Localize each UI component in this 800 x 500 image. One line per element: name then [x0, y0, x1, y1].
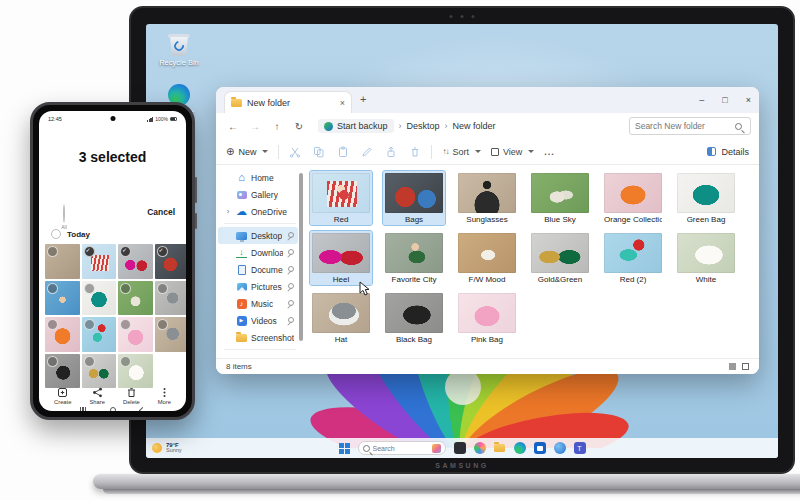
- forward-button[interactable]: →: [246, 121, 264, 132]
- file-item-white[interactable]: White: [675, 231, 737, 285]
- maximize-button[interactable]: □: [722, 95, 727, 105]
- laptop-base: [93, 474, 800, 489]
- sidebar-scrollbar[interactable]: [299, 173, 303, 341]
- file-item-fw-mood[interactable]: F/W Mood: [456, 231, 518, 285]
- sidebar-item-onedrive[interactable]: › ☁ OneDrive: [218, 203, 298, 220]
- taskbar-search-input[interactable]: [373, 445, 425, 452]
- photo-item[interactable]: [82, 244, 117, 279]
- select-all-checkbox[interactable]: [63, 204, 65, 223]
- sidebar-item-gallery[interactable]: Gallery: [218, 186, 298, 203]
- photo-item[interactable]: [118, 281, 153, 316]
- sidebar-item-home[interactable]: ⌂ Home: [218, 169, 298, 186]
- file-item-bags[interactable]: Bags: [383, 171, 445, 225]
- photo-item[interactable]: [45, 244, 80, 279]
- navigation-pane: ⌂ Home Gallery › ☁ OneDrive Deskto: [216, 165, 304, 358]
- see-more-button[interactable]: ...: [544, 147, 555, 157]
- edge-icon[interactable]: [514, 442, 526, 454]
- photo-item[interactable]: [155, 244, 187, 279]
- photo-item[interactable]: [45, 317, 80, 352]
- photo-item[interactable]: [118, 317, 153, 352]
- delete-button[interactable]: Delete: [123, 387, 140, 405]
- desktop-icon-recycle-bin[interactable]: Recycle Bin: [150, 32, 208, 67]
- breadcrumb-desktop[interactable]: Desktop: [407, 121, 440, 131]
- file-explorer-icon[interactable]: [494, 442, 506, 454]
- file-item-gold-green[interactable]: Gold&Green: [529, 231, 591, 285]
- delete-icon[interactable]: [409, 146, 421, 158]
- sidebar-item-desktop[interactable]: Desktop: [218, 227, 298, 244]
- new-tab-button[interactable]: +: [360, 93, 366, 105]
- recents-button[interactable]: [80, 407, 87, 411]
- file-item-sunglasses[interactable]: Sunglasses: [456, 171, 518, 225]
- minimize-button[interactable]: –: [699, 95, 704, 105]
- taskbar-search[interactable]: [358, 441, 446, 455]
- sidebar-item-videos[interactable]: ▶ Videos: [218, 312, 298, 329]
- share-icon[interactable]: [385, 146, 397, 158]
- search-input[interactable]: [635, 121, 731, 131]
- cancel-button[interactable]: Cancel: [147, 207, 175, 217]
- start-button[interactable]: [339, 443, 350, 454]
- file-item-pink-bag[interactable]: Pink Bag: [456, 291, 518, 345]
- file-item-favorite-city[interactable]: Favorite City: [383, 231, 445, 285]
- copy-icon[interactable]: [313, 146, 325, 158]
- photo-item[interactable]: [82, 281, 117, 316]
- photo-item[interactable]: [82, 317, 117, 352]
- back-button[interactable]: ←: [224, 121, 242, 132]
- file-item-green-bag[interactable]: Green Bag: [675, 171, 737, 225]
- microsoft-store-icon[interactable]: [534, 442, 546, 454]
- sidebar-item-downloads[interactable]: ↓ Downloads: [218, 244, 298, 261]
- close-button[interactable]: ×: [746, 95, 751, 105]
- file-item-red-2[interactable]: Red (2): [602, 231, 664, 285]
- photo-item[interactable]: [118, 244, 153, 279]
- copilot-icon[interactable]: [474, 442, 486, 454]
- list-view-icon[interactable]: [729, 363, 736, 370]
- sidebar-item-screenshots[interactable]: Screenshots: [218, 329, 298, 346]
- weather-widget[interactable]: 79°F Sunny: [152, 442, 182, 454]
- thumbnail-view-icon[interactable]: [742, 363, 749, 370]
- photo-item[interactable]: [155, 281, 187, 316]
- photo-item[interactable]: [45, 281, 80, 316]
- sidebar-item-music[interactable]: ♪ Music: [218, 295, 298, 312]
- paste-icon[interactable]: [337, 146, 349, 158]
- new-button[interactable]: ⊕ New: [226, 146, 268, 157]
- file-item-black-bag[interactable]: Black Bag: [383, 291, 445, 345]
- tab-title: New folder: [247, 98, 290, 108]
- explorer-tab[interactable]: New folder ×: [224, 91, 352, 113]
- home-button[interactable]: [110, 407, 116, 411]
- file-item-orange-collection[interactable]: Orange Collection: [602, 171, 664, 225]
- sort-button[interactable]: ↑↓ Sort: [442, 147, 481, 157]
- file-item-heel[interactable]: Heel: [310, 231, 372, 285]
- photo-item[interactable]: [45, 354, 80, 389]
- chevron-down-icon: [262, 150, 268, 153]
- rename-icon[interactable]: [361, 146, 373, 158]
- item-count: 8 items: [226, 362, 252, 371]
- tab-close-icon[interactable]: ×: [340, 98, 345, 108]
- section-today[interactable]: Today: [51, 229, 90, 239]
- file-item-hat[interactable]: Hat: [310, 291, 372, 345]
- details-button[interactable]: Details: [707, 147, 749, 157]
- share-button[interactable]: Share: [89, 387, 104, 405]
- breadcrumb-new-folder[interactable]: New folder: [453, 121, 496, 131]
- phone-link-icon[interactable]: [454, 442, 466, 454]
- teams-icon[interactable]: T: [574, 442, 586, 454]
- laptop-brand-logo: SAMSUNG: [435, 462, 488, 469]
- view-button[interactable]: View: [491, 147, 534, 157]
- file-item-red[interactable]: Red: [310, 171, 372, 225]
- photo-item[interactable]: [155, 317, 187, 352]
- photo-item[interactable]: [82, 354, 117, 389]
- sidebar-item-documents[interactable]: Documents: [218, 261, 298, 278]
- more-button[interactable]: More: [158, 387, 171, 405]
- back-button[interactable]: [139, 406, 146, 411]
- chevron-right-icon[interactable]: ›: [224, 207, 232, 216]
- status-bar: 8 items: [216, 358, 759, 374]
- refresh-button[interactable]: ↻: [290, 121, 308, 132]
- today-checkbox[interactable]: [51, 229, 61, 239]
- create-button[interactable]: Create: [54, 387, 71, 405]
- up-button[interactable]: ↑: [268, 121, 286, 132]
- select-all[interactable]: All: [51, 205, 77, 230]
- copilot-app-icon[interactable]: [554, 442, 566, 454]
- file-item-blue-sky[interactable]: Blue Sky: [529, 171, 591, 225]
- photo-item[interactable]: [118, 354, 153, 389]
- breadcrumb-start-backup[interactable]: Start backup: [318, 119, 394, 133]
- cut-icon[interactable]: [289, 146, 301, 158]
- sidebar-item-pictures[interactable]: Pictures: [218, 278, 298, 295]
